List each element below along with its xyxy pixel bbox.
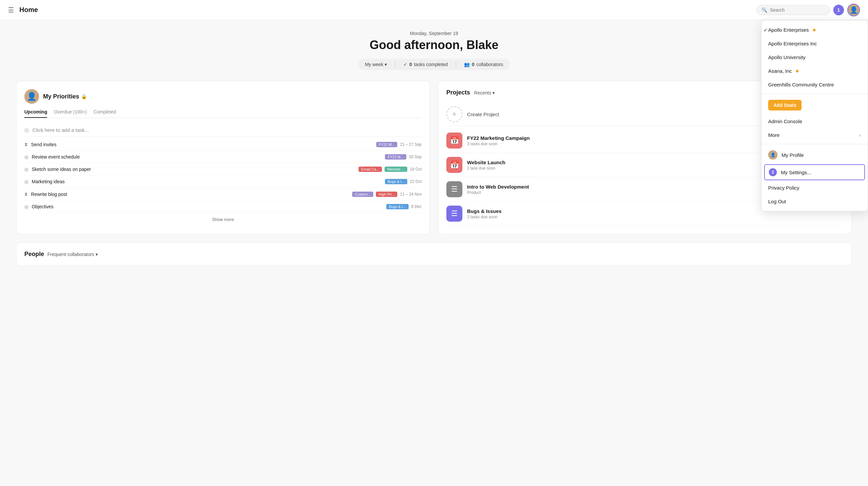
check-circle-icon: ◎	[24, 167, 28, 172]
people-header: People Frequent collaborators ▾	[24, 251, 844, 258]
privacy-policy-item[interactable]: Privacy Policy	[762, 181, 868, 195]
org-active-dot	[796, 70, 799, 72]
dropdown-menu: Apollo Enterprises Apollo Enterprises In…	[761, 20, 868, 211]
check-circle-icon: ◎	[24, 204, 28, 209]
show-more-button[interactable]: Show more	[24, 217, 422, 222]
org-name: Apollo Enterprises	[768, 27, 809, 33]
notification-badge[interactable]: 1	[833, 5, 844, 15]
dropdown-org-apollo-enterprises[interactable]: Apollo Enterprises	[762, 23, 868, 37]
hourglass-icon: ⧗	[24, 191, 28, 197]
projects-title: Projects	[446, 89, 470, 96]
two-column-layout: 👤 My Priorities 🔒 Upcoming Overdue (100+…	[16, 81, 852, 234]
people-card: People Frequent collaborators ▾	[16, 242, 852, 266]
task-tag: Bugs & I...	[386, 204, 409, 209]
stat-divider-2	[456, 61, 456, 67]
project-sub: 3 tasks due soon	[467, 215, 501, 219]
search-input[interactable]	[770, 7, 825, 13]
week-label: My week	[365, 62, 383, 67]
my-profile-label: My Profile	[781, 152, 804, 158]
project-name: Intro to Web Development	[467, 184, 529, 190]
priorities-card: 👤 My Priorities 🔒 Upcoming Overdue (100+…	[16, 81, 430, 234]
org-name: Greenhills Community Centre	[768, 82, 834, 88]
task-row[interactable]: ⧗ Send invites FY22 M... 21 – 27 Sep	[24, 138, 422, 151]
top-nav: ☰ Home 🔍 1 👤	[0, 0, 868, 20]
lock-icon: 🔒	[81, 94, 87, 99]
project-name: Website Launch	[467, 160, 505, 165]
more-item[interactable]: More ›	[762, 128, 868, 142]
collaborators-stat: 👥 0 collaborators	[464, 62, 503, 67]
task-name: Sketch some ideas on paper	[32, 167, 91, 172]
dropdown-org-apollo-university[interactable]: Apollo University	[762, 51, 868, 64]
task-name: Marketing ideas	[32, 179, 65, 184]
my-profile-item[interactable]: 👤 My Profile	[762, 146, 868, 164]
log-out-item[interactable]: Log Out	[762, 195, 868, 208]
priorities-avatar: 👤	[24, 89, 39, 104]
chevron-right-icon: ›	[859, 132, 861, 138]
dropdown-org-apollo-enterprises-inc[interactable]: Apollo Enterprises Inc	[762, 37, 868, 51]
project-sub: Product	[467, 190, 529, 195]
stats-bar: My week ▾ ✓ 0 tasks completed 👥 0 collab…	[358, 59, 510, 70]
add-seats-item[interactable]: Add Seats	[762, 96, 868, 115]
task-tag: Email Ca...	[359, 167, 382, 172]
dropdown-divider-2	[762, 144, 868, 144]
collaborators-label: collaborators	[476, 62, 503, 67]
tab-upcoming[interactable]: Upcoming	[24, 109, 47, 118]
task-row[interactable]: ◎ Objectives Bugs & I... 8 Dec	[24, 201, 422, 213]
task-row[interactable]: ◎ Marketing ideas Bugs & I... 22 Oct	[24, 175, 422, 188]
org-name: Apollo Enterprises Inc	[768, 41, 817, 46]
task-date: 21 – 27 Sep	[400, 142, 422, 147]
tab-completed[interactable]: Completed	[93, 109, 116, 118]
tasks-completed-count: 0	[409, 62, 412, 67]
project-info: Intro to Web Development Product	[467, 184, 529, 195]
people-title: People	[24, 251, 44, 258]
task-name: Rewrite blog post	[31, 192, 67, 197]
people-filter-selector[interactable]: Frequent collaborators ▾	[48, 252, 98, 257]
task-tag: FY22 M...	[376, 142, 398, 147]
tab-overdue[interactable]: Overdue (100+)	[54, 109, 87, 118]
hourglass-icon: ⧗	[24, 141, 28, 147]
my-settings-label: My Settings...	[781, 169, 811, 175]
priorities-title-group: My Priorities 🔒	[43, 93, 87, 100]
task-row[interactable]: ◎ Sketch some ideas on paper Email Ca...…	[24, 163, 422, 175]
task-row[interactable]: ⧗ Rewrite blog post Custom... High Pri..…	[24, 188, 422, 201]
hamburger-icon[interactable]: ☰	[8, 6, 14, 14]
task-date: 11 – 24 Nov	[400, 192, 422, 197]
project-info: FY22 Marketing Campaign 3 tasks due soon	[467, 135, 530, 146]
greeting-date: Monday, September 19	[16, 31, 852, 36]
task-name: Send invites	[31, 142, 56, 147]
task-name: Objectives	[32, 204, 54, 209]
create-project-label: Create Project	[467, 111, 499, 117]
add-task-label: Click here to add a task...	[32, 127, 89, 133]
project-icon-website: 📅	[446, 157, 462, 173]
recents-selector[interactable]: Recents ▾	[474, 90, 495, 95]
people-icon: 👥	[464, 62, 470, 67]
week-selector[interactable]: My week ▾	[365, 62, 387, 67]
add-task-row[interactable]: ◎ Click here to add a task...	[24, 124, 422, 137]
create-project-icon: +	[446, 106, 462, 122]
settings-badge: 2	[769, 168, 777, 176]
project-icon-bugs: ☰	[446, 205, 462, 222]
my-settings-item[interactable]: 2 My Settings...	[764, 164, 865, 180]
tasks-completed-label: tasks completed	[414, 62, 448, 67]
dropdown-org-greenhills[interactable]: Greenhills Community Centre	[762, 78, 868, 92]
chevron-down-icon: ▾	[384, 62, 387, 67]
org-name: Asana, Inc	[768, 68, 792, 74]
add-seats-button[interactable]: Add Seats	[768, 100, 802, 110]
add-task-icon: ◎	[24, 127, 29, 133]
project-icon-intro: ☰	[446, 181, 462, 197]
task-date: 30 Sep	[409, 155, 422, 159]
task-name: Review event schedule	[32, 154, 80, 160]
task-row[interactable]: ◎ Review event schedule FY22 M... 30 Sep	[24, 151, 422, 163]
tasks-completed-stat: ✓ 0 tasks completed	[403, 62, 448, 67]
task-date: 8 Dec	[411, 204, 422, 209]
task-tag: Custom...	[352, 192, 373, 197]
user-avatar[interactable]: 👤	[847, 4, 860, 17]
project-name: Bugs & Issues	[467, 208, 501, 214]
people-filter-label: Frequent collaborators	[48, 252, 94, 257]
search-bar[interactable]: 🔍	[756, 5, 830, 15]
admin-console-item[interactable]: Admin Console	[762, 115, 868, 128]
recents-label: Recents	[474, 90, 491, 95]
dropdown-org-asana-inc[interactable]: Asana, Inc	[762, 64, 868, 78]
org-active-dot	[813, 29, 815, 31]
greeting-section: Monday, September 19 Good afternoon, Bla…	[16, 31, 852, 70]
